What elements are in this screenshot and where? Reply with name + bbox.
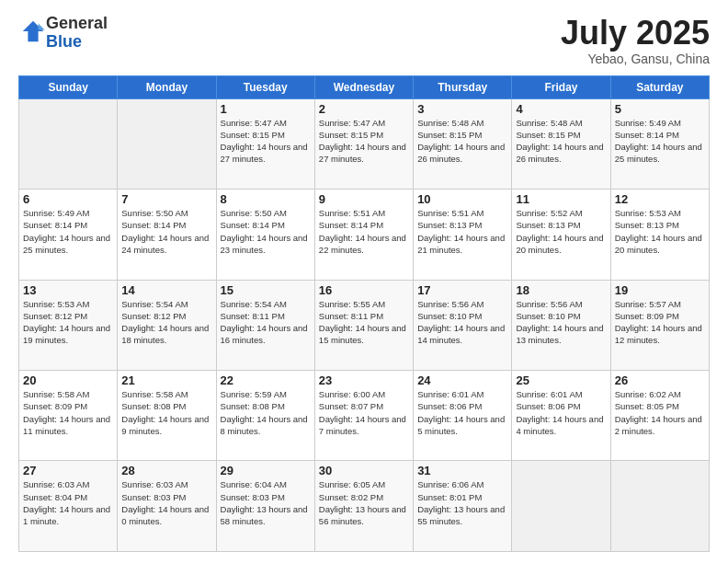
calendar-cell: 4Sunrise: 5:48 AM Sunset: 8:15 PM Daylig… (512, 98, 610, 189)
day-number: 7 (121, 192, 211, 206)
day-detail: Sunrise: 5:50 AM Sunset: 8:14 PM Dayligh… (221, 207, 311, 256)
calendar-cell: 29Sunrise: 6:04 AM Sunset: 8:03 PM Dayli… (216, 461, 314, 552)
day-number: 11 (516, 192, 606, 206)
calendar-cell: 1Sunrise: 5:47 AM Sunset: 8:15 PM Daylig… (216, 98, 314, 189)
day-detail: Sunrise: 5:54 AM Sunset: 8:12 PM Dayligh… (121, 298, 211, 347)
day-number: 13 (23, 283, 113, 297)
title-block: July 2025 Yebao, Gansu, China (561, 15, 710, 66)
calendar-week-row: 6Sunrise: 5:49 AM Sunset: 8:14 PM Daylig… (19, 190, 710, 280)
calendar-cell: 21Sunrise: 5:58 AM Sunset: 8:08 PM Dayli… (118, 371, 216, 461)
day-number: 12 (615, 192, 705, 206)
page: General Blue July 2025 Yebao, Gansu, Chi… (0, 0, 728, 563)
weekday-header-wednesday: Wednesday (314, 75, 413, 98)
day-number: 14 (121, 283, 211, 297)
calendar-cell: 16Sunrise: 5:55 AM Sunset: 8:11 PM Dayli… (314, 280, 413, 370)
day-detail: Sunrise: 5:48 AM Sunset: 8:15 PM Dayligh… (516, 117, 606, 166)
day-number: 1 (221, 102, 311, 116)
day-number: 25 (516, 373, 606, 387)
day-detail: Sunrise: 5:52 AM Sunset: 8:13 PM Dayligh… (516, 207, 606, 256)
day-detail: Sunrise: 5:50 AM Sunset: 8:14 PM Dayligh… (121, 207, 211, 256)
day-number: 9 (319, 192, 409, 206)
header: General Blue July 2025 Yebao, Gansu, Chi… (18, 15, 710, 66)
calendar-cell: 20Sunrise: 5:58 AM Sunset: 8:09 PM Dayli… (19, 371, 118, 461)
day-detail: Sunrise: 6:03 AM Sunset: 8:03 PM Dayligh… (121, 478, 211, 527)
logo-blue-text: Blue (46, 32, 82, 51)
calendar-cell: 2Sunrise: 5:47 AM Sunset: 8:15 PM Daylig… (314, 98, 413, 189)
day-number: 24 (417, 373, 507, 387)
day-number: 30 (319, 464, 409, 477)
calendar-cell: 6Sunrise: 5:49 AM Sunset: 8:14 PM Daylig… (19, 190, 118, 280)
day-detail: Sunrise: 5:49 AM Sunset: 8:14 PM Dayligh… (23, 207, 113, 256)
calendar-cell: 19Sunrise: 5:57 AM Sunset: 8:09 PM Dayli… (610, 280, 709, 370)
day-detail: Sunrise: 5:49 AM Sunset: 8:14 PM Dayligh… (615, 117, 705, 166)
day-detail: Sunrise: 5:47 AM Sunset: 8:15 PM Dayligh… (319, 117, 409, 166)
day-detail: Sunrise: 5:53 AM Sunset: 8:12 PM Dayligh… (23, 298, 113, 347)
day-number: 8 (221, 192, 311, 206)
day-number: 27 (23, 464, 113, 477)
calendar-cell: 11Sunrise: 5:52 AM Sunset: 8:13 PM Dayli… (512, 190, 610, 280)
weekday-header-friday: Friday (512, 75, 610, 98)
day-number: 26 (615, 373, 705, 387)
day-detail: Sunrise: 6:02 AM Sunset: 8:05 PM Dayligh… (615, 388, 705, 437)
calendar-cell: 24Sunrise: 6:01 AM Sunset: 8:06 PM Dayli… (414, 371, 512, 461)
day-detail: Sunrise: 6:03 AM Sunset: 8:04 PM Dayligh… (23, 478, 113, 527)
day-number: 22 (221, 373, 311, 387)
day-number: 28 (121, 464, 211, 477)
weekday-header-thursday: Thursday (414, 75, 512, 98)
weekday-header-sunday: Sunday (19, 75, 118, 98)
svg-marker-1 (39, 23, 45, 29)
calendar-cell: 13Sunrise: 5:53 AM Sunset: 8:12 PM Dayli… (19, 280, 118, 370)
day-number: 29 (221, 464, 311, 477)
day-detail: Sunrise: 6:04 AM Sunset: 8:03 PM Dayligh… (221, 478, 311, 527)
day-number: 3 (417, 102, 507, 116)
weekday-header-row: SundayMondayTuesdayWednesdayThursdayFrid… (19, 75, 710, 98)
calendar-cell: 31Sunrise: 6:06 AM Sunset: 8:01 PM Dayli… (414, 461, 512, 552)
day-number: 19 (615, 283, 705, 297)
calendar-cell (610, 461, 709, 552)
calendar-week-row: 27Sunrise: 6:03 AM Sunset: 8:04 PM Dayli… (19, 461, 710, 552)
day-detail: Sunrise: 6:00 AM Sunset: 8:07 PM Dayligh… (319, 388, 409, 437)
month-title: July 2025 (561, 15, 710, 52)
day-detail: Sunrise: 5:58 AM Sunset: 8:08 PM Dayligh… (121, 388, 211, 437)
day-number: 31 (417, 464, 507, 477)
day-number: 21 (121, 373, 211, 387)
calendar-cell: 23Sunrise: 6:00 AM Sunset: 8:07 PM Dayli… (314, 371, 413, 461)
calendar-cell: 9Sunrise: 5:51 AM Sunset: 8:14 PM Daylig… (314, 190, 413, 280)
day-detail: Sunrise: 5:55 AM Sunset: 8:11 PM Dayligh… (319, 298, 409, 347)
day-detail: Sunrise: 5:56 AM Sunset: 8:10 PM Dayligh… (516, 298, 606, 347)
day-detail: Sunrise: 5:51 AM Sunset: 8:13 PM Dayligh… (417, 207, 507, 256)
calendar-week-row: 13Sunrise: 5:53 AM Sunset: 8:12 PM Dayli… (19, 280, 710, 370)
day-detail: Sunrise: 5:54 AM Sunset: 8:11 PM Dayligh… (221, 298, 311, 347)
day-detail: Sunrise: 5:51 AM Sunset: 8:14 PM Dayligh… (319, 207, 409, 256)
calendar-week-row: 20Sunrise: 5:58 AM Sunset: 8:09 PM Dayli… (19, 371, 710, 461)
day-number: 23 (319, 373, 409, 387)
day-number: 16 (319, 283, 409, 297)
day-number: 2 (319, 102, 409, 116)
weekday-header-saturday: Saturday (610, 75, 709, 98)
location: Yebao, Gansu, China (561, 52, 710, 66)
calendar-cell (19, 98, 118, 189)
calendar-cell: 14Sunrise: 5:54 AM Sunset: 8:12 PM Dayli… (118, 280, 216, 370)
calendar-cell: 30Sunrise: 6:05 AM Sunset: 8:02 PM Dayli… (314, 461, 413, 552)
calendar-table: SundayMondayTuesdayWednesdayThursdayFrid… (18, 75, 710, 552)
day-detail: Sunrise: 5:58 AM Sunset: 8:09 PM Dayligh… (23, 388, 113, 437)
day-number: 10 (417, 192, 507, 206)
day-number: 18 (516, 283, 606, 297)
day-detail: Sunrise: 5:47 AM Sunset: 8:15 PM Dayligh… (221, 117, 311, 166)
day-number: 17 (417, 283, 507, 297)
day-detail: Sunrise: 6:01 AM Sunset: 8:06 PM Dayligh… (417, 388, 507, 437)
calendar-week-row: 1Sunrise: 5:47 AM Sunset: 8:15 PM Daylig… (19, 98, 710, 189)
calendar-cell: 10Sunrise: 5:51 AM Sunset: 8:13 PM Dayli… (414, 190, 512, 280)
calendar-cell: 27Sunrise: 6:03 AM Sunset: 8:04 PM Dayli… (19, 461, 118, 552)
day-detail: Sunrise: 5:56 AM Sunset: 8:10 PM Dayligh… (417, 298, 507, 347)
calendar-cell: 8Sunrise: 5:50 AM Sunset: 8:14 PM Daylig… (216, 190, 314, 280)
day-detail: Sunrise: 5:57 AM Sunset: 8:09 PM Dayligh… (615, 298, 705, 347)
day-number: 4 (516, 102, 606, 116)
day-detail: Sunrise: 6:05 AM Sunset: 8:02 PM Dayligh… (319, 478, 409, 527)
day-number: 5 (615, 102, 705, 116)
day-detail: Sunrise: 5:59 AM Sunset: 8:08 PM Dayligh… (221, 388, 311, 437)
logo: General Blue (18, 15, 108, 52)
calendar-cell (118, 98, 216, 189)
weekday-header-tuesday: Tuesday (216, 75, 314, 98)
day-detail: Sunrise: 6:01 AM Sunset: 8:06 PM Dayligh… (516, 388, 606, 437)
